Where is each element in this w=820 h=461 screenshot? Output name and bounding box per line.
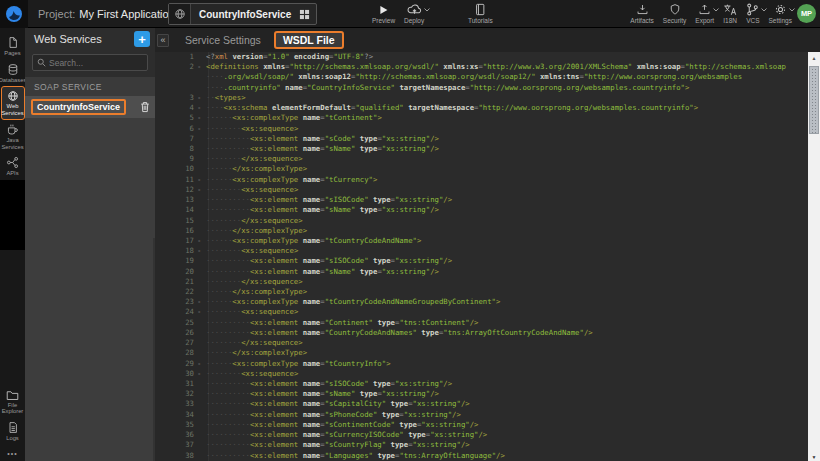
code-line[interactable]: 16······</xs:complexType> bbox=[155, 226, 808, 236]
code-line[interactable]: 34··········<xs:element name="sPhoneCode… bbox=[155, 410, 808, 420]
code-line[interactable]: 11-······<xs:complexType name="tCurrency… bbox=[155, 175, 808, 185]
fold-marker[interactable]: - bbox=[197, 175, 206, 185]
code-line[interactable]: 1<?xml version="1.0" encoding="UTF-8"?> bbox=[155, 52, 808, 62]
code-text[interactable]: <?xml version="1.0" encoding="UTF-8"?> bbox=[206, 52, 808, 62]
code-line[interactable]: 27········</xs:sequence> bbox=[155, 338, 808, 348]
code-text[interactable]: ····<xs:schema elementFormDefault="quali… bbox=[206, 103, 808, 113]
sidebar-item-pages[interactable]: Pages bbox=[0, 33, 25, 60]
code-line[interactable]: 5-······<xs:complexType name="tContinent… bbox=[155, 113, 808, 123]
code-line[interactable]: 24-········<xs:sequence> bbox=[155, 307, 808, 317]
code-text[interactable]: ··········<xs:element name="sCountryFlag… bbox=[206, 440, 808, 450]
code-text[interactable]: ··········<xs:element name="sName" type=… bbox=[206, 389, 808, 399]
service-tab[interactable]: CountryInfoService bbox=[168, 3, 317, 25]
code-text[interactable]: ··········<xs:element name="sCapitalCity… bbox=[206, 399, 808, 409]
code-text[interactable]: ········<xs:sequence> bbox=[206, 307, 808, 317]
sidebar-item-logs[interactable]: Logs bbox=[0, 418, 25, 445]
code-text[interactable]: ······</xs:complexType> bbox=[206, 226, 808, 236]
code-text[interactable]: ········<xs:sequence> bbox=[206, 369, 808, 379]
editor-scrollbar[interactable]: ▲ ▼ bbox=[808, 52, 820, 461]
code-line[interactable]: 13··········<xs:element name="sISOCode" … bbox=[155, 195, 808, 205]
export-button[interactable]: Export bbox=[695, 3, 714, 24]
code-text[interactable]: ··<types> bbox=[206, 93, 808, 103]
artifacts-button[interactable]: Artifacts bbox=[630, 3, 653, 24]
code-text[interactable]: ··········<xs:element name="Continent" t… bbox=[206, 318, 808, 328]
code-line[interactable]: 32··········<xs:element name="sName" typ… bbox=[155, 389, 808, 399]
code-line[interactable]: 26··········<xs:element name="CountryCod… bbox=[155, 328, 808, 338]
code-line[interactable]: 28······</xs:complexType> bbox=[155, 348, 808, 358]
code-text[interactable]: ······<xs:complexType name="tCurrency"> bbox=[206, 175, 808, 185]
code-text[interactable]: ······</xs:complexType> bbox=[206, 348, 808, 358]
code-text[interactable]: <definitions xmlns="http://schemas.xmlso… bbox=[206, 62, 808, 72]
code-line[interactable]: 35··········<xs:element name="sContinent… bbox=[155, 420, 808, 430]
app-logo[interactable] bbox=[0, 0, 28, 28]
code-line[interactable]: 3-··<types> bbox=[155, 93, 808, 103]
code-line[interactable]: 25··········<xs:element name="Continent"… bbox=[155, 318, 808, 328]
code-text[interactable]: ······<xs:complexType name="tCountryInfo… bbox=[206, 359, 808, 369]
code-text[interactable]: ······<xs:complexType name="tContinent"> bbox=[206, 113, 808, 123]
code-line[interactable]: 12-········<xs:sequence> bbox=[155, 185, 808, 195]
scrollbar-thumb[interactable] bbox=[809, 66, 819, 134]
fold-marker[interactable]: - bbox=[197, 307, 206, 317]
fold-marker[interactable]: - bbox=[197, 185, 206, 195]
code-line[interactable]: 10······</xs:complexType> bbox=[155, 164, 808, 174]
user-avatar[interactable]: MP bbox=[797, 4, 816, 23]
code-line[interactable]: 23-······<xs:complexType name="tCountryC… bbox=[155, 297, 808, 307]
fold-marker[interactable]: - bbox=[197, 297, 206, 307]
service-list-item[interactable]: CountryInfoService bbox=[25, 96, 155, 118]
code-line[interactable]: 18-········<xs:sequence> bbox=[155, 246, 808, 256]
trash-icon[interactable] bbox=[140, 101, 150, 113]
code-line[interactable]: 21········</xs:sequence> bbox=[155, 277, 808, 287]
code-text[interactable]: ········<xs:sequence> bbox=[206, 246, 808, 256]
settings-button[interactable]: Settings bbox=[769, 3, 793, 24]
add-service-button[interactable]: + bbox=[134, 31, 150, 47]
code-line[interactable]: 14··········<xs:element name="sName" typ… bbox=[155, 205, 808, 215]
code-text[interactable]: ··········<xs:element name="sCode" type=… bbox=[206, 134, 808, 144]
code-text[interactable]: ··········<xs:element name="sCurrencyISO… bbox=[206, 430, 808, 440]
code-line[interactable]: 29-······<xs:complexType name="tCountryI… bbox=[155, 359, 808, 369]
code-line[interactable]: 7··········<xs:element name="sCode" type… bbox=[155, 134, 808, 144]
code-text[interactable]: ······<xs:complexType name="tCountryCode… bbox=[206, 236, 808, 246]
code-line[interactable]: 2-<definitions xmlns="http://schemas.xml… bbox=[155, 62, 808, 72]
vcs-button[interactable]: VCS bbox=[746, 3, 759, 24]
code-line[interactable]: 8··········<xs:element name="sName" type… bbox=[155, 144, 808, 154]
tab-wsdl-file[interactable]: WSDL File bbox=[274, 31, 344, 49]
code-line[interactable]: 9········</xs:sequence> bbox=[155, 154, 808, 164]
code-text[interactable]: ········</xs:sequence> bbox=[206, 277, 808, 287]
scroll-down-arrow-icon[interactable]: ▼ bbox=[808, 454, 820, 460]
code-text[interactable]: ··········<xs:element name="sName" type=… bbox=[206, 205, 808, 215]
code-line[interactable]: 20··········<xs:element name="sName" typ… bbox=[155, 267, 808, 277]
deploy-button[interactable]: Deploy bbox=[404, 3, 424, 24]
tab-service-settings[interactable]: Service Settings bbox=[185, 34, 261, 46]
preview-button[interactable]: Preview bbox=[372, 3, 395, 24]
fold-marker[interactable]: - bbox=[197, 113, 206, 123]
code-text[interactable]: ········</xs:sequence> bbox=[206, 154, 808, 164]
fold-marker[interactable]: - bbox=[197, 236, 206, 246]
search-box[interactable] bbox=[32, 54, 148, 71]
code-line[interactable]: ····.countryinfo" name="CountryInfoServi… bbox=[155, 83, 808, 93]
code-line[interactable]: 36··········<xs:element name="sCurrencyI… bbox=[155, 430, 808, 440]
sidebar-item-apis[interactable]: APIs bbox=[0, 153, 25, 180]
code-text[interactable]: ··········<xs:element name="sPhoneCode" … bbox=[206, 410, 808, 420]
sidebar-item-file-explorer[interactable]: File Explorer bbox=[0, 386, 25, 418]
fold-marker[interactable]: - bbox=[197, 359, 206, 369]
code-line[interactable]: 4-····<xs:schema elementFormDefault="qua… bbox=[155, 103, 808, 113]
sidebar-item-java-services[interactable]: Java Services bbox=[0, 120, 25, 153]
code-text[interactable]: ····.org/wsdl/soap/" xmlns:soap12="http:… bbox=[206, 72, 808, 82]
code-text[interactable]: ········<xs:sequence> bbox=[206, 185, 808, 195]
code-line[interactable]: 30-········<xs:sequence> bbox=[155, 369, 808, 379]
code-text[interactable]: ········</xs:sequence> bbox=[206, 216, 808, 226]
fold-marker[interactable]: - bbox=[197, 369, 206, 379]
scroll-up-arrow-icon[interactable]: ▲ bbox=[808, 52, 820, 64]
code-text[interactable]: ··········<xs:element name="sName" type=… bbox=[206, 267, 808, 277]
code-text[interactable]: ··········<xs:element name="CountryCodeA… bbox=[206, 328, 808, 338]
code-text[interactable]: ······</xs:complexType> bbox=[206, 164, 808, 174]
fold-marker[interactable]: - bbox=[197, 93, 206, 103]
code-line[interactable]: 38··········<xs:element name="Languages"… bbox=[155, 451, 808, 461]
code-line[interactable]: 19··········<xs:element name="sISOCode" … bbox=[155, 256, 808, 266]
code-text[interactable]: ··········<xs:element name="sISOCode" ty… bbox=[206, 379, 808, 389]
code-line[interactable]: 15········</xs:sequence> bbox=[155, 216, 808, 226]
code-text[interactable]: ········<xs:sequence> bbox=[206, 124, 808, 134]
search-input[interactable] bbox=[49, 58, 143, 68]
code-line[interactable]: 17-······<xs:complexType name="tCountryC… bbox=[155, 236, 808, 246]
code-text[interactable]: ··········<xs:element name="sName" type=… bbox=[206, 144, 808, 154]
